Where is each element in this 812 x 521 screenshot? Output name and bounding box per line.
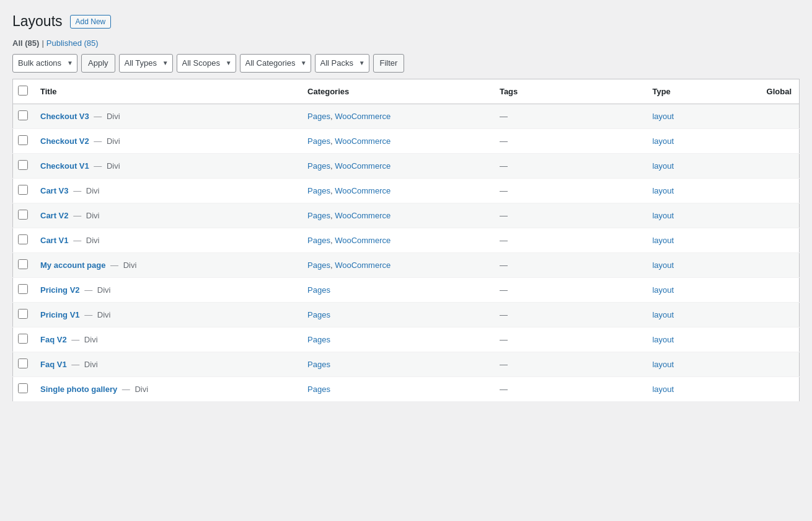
row-type-cell: layout bbox=[645, 352, 737, 376]
row-title-link[interactable]: Cart V1 bbox=[40, 236, 69, 245]
row-checkbox[interactable] bbox=[18, 358, 28, 368]
select-all-checkbox[interactable] bbox=[18, 86, 28, 96]
title-separator: — bbox=[71, 211, 84, 220]
table-row: Cart V1 — DiviPages, WooCommerce—layout bbox=[13, 228, 800, 252]
row-global-cell bbox=[737, 153, 799, 178]
select-all-column bbox=[13, 79, 33, 104]
filter-button[interactable]: Filter bbox=[373, 54, 405, 73]
category-link[interactable]: Pages bbox=[307, 112, 330, 121]
row-checkbox[interactable] bbox=[18, 284, 28, 294]
category-link[interactable]: WooCommerce bbox=[335, 136, 391, 146]
all-packs-select[interactable]: All Packs bbox=[315, 54, 369, 73]
apply-button[interactable]: Apply bbox=[81, 54, 115, 73]
col-header-tags: Tags bbox=[492, 79, 645, 104]
all-status-link[interactable]: All (85) bbox=[12, 38, 39, 48]
row-title-link[interactable]: Single photo gallery bbox=[40, 385, 117, 394]
category-link[interactable]: WooCommerce bbox=[335, 161, 391, 171]
category-link[interactable]: Pages bbox=[307, 385, 330, 394]
category-link[interactable]: Pages bbox=[307, 335, 330, 344]
category-link[interactable]: WooCommerce bbox=[335, 186, 391, 195]
row-checkbox[interactable] bbox=[18, 334, 28, 344]
row-type-link[interactable]: layout bbox=[652, 310, 674, 319]
col-header-global: Global bbox=[737, 79, 799, 104]
row-title-link[interactable]: My account page bbox=[40, 260, 105, 270]
row-checkbox-cell bbox=[13, 178, 33, 203]
row-type-link[interactable]: layout bbox=[652, 161, 674, 171]
row-title-link[interactable]: Checkout V1 bbox=[40, 161, 89, 171]
row-type-cell: layout bbox=[645, 228, 737, 252]
row-type-cell: layout bbox=[645, 327, 737, 352]
row-checkbox-cell bbox=[13, 277, 33, 302]
row-global-cell bbox=[737, 104, 799, 128]
add-new-button[interactable]: Add New bbox=[70, 15, 112, 29]
row-title-link[interactable]: Checkout V2 bbox=[40, 136, 89, 146]
row-title-link[interactable]: Faq V2 bbox=[40, 335, 67, 344]
published-status-link[interactable]: Published (85) bbox=[46, 38, 99, 48]
table-row: Checkout V2 — DiviPages, WooCommerce—lay… bbox=[13, 128, 800, 153]
row-type-cell: layout bbox=[645, 277, 737, 302]
title-separator: — bbox=[82, 285, 95, 295]
row-title-link[interactable]: Pricing V2 bbox=[40, 285, 80, 295]
row-global-cell bbox=[737, 203, 799, 228]
row-checkbox[interactable] bbox=[18, 160, 28, 170]
bulk-actions-select[interactable]: Bulk actions bbox=[12, 54, 77, 73]
row-subtitle: Divi bbox=[84, 360, 98, 369]
row-title-cell: Checkout V2 — Divi bbox=[33, 128, 300, 153]
row-type-link[interactable]: layout bbox=[652, 360, 674, 369]
category-link[interactable]: Pages bbox=[307, 310, 330, 319]
row-type-link[interactable]: layout bbox=[652, 112, 674, 121]
row-checkbox[interactable] bbox=[18, 234, 28, 244]
row-tags-cell: — bbox=[492, 327, 645, 352]
row-type-link[interactable]: layout bbox=[652, 335, 674, 344]
row-global-cell bbox=[737, 352, 799, 376]
row-tags-cell: — bbox=[492, 352, 645, 376]
row-type-link[interactable]: layout bbox=[652, 136, 674, 146]
row-type-link[interactable]: layout bbox=[652, 211, 674, 220]
row-checkbox[interactable] bbox=[18, 110, 28, 120]
category-link[interactable]: Pages bbox=[307, 136, 330, 146]
category-link[interactable]: WooCommerce bbox=[335, 260, 391, 270]
row-type-link[interactable]: layout bbox=[652, 236, 674, 245]
row-type-cell: layout bbox=[645, 153, 737, 178]
row-subtitle: Divi bbox=[107, 136, 120, 146]
row-type-link[interactable]: layout bbox=[652, 385, 674, 394]
row-tags-cell: — bbox=[492, 277, 645, 302]
all-scopes-select[interactable]: All Scopes bbox=[177, 54, 236, 73]
row-title-link[interactable]: Cart V2 bbox=[40, 211, 69, 220]
row-type-link[interactable]: layout bbox=[652, 285, 674, 295]
row-global-cell bbox=[737, 277, 799, 302]
row-checkbox[interactable] bbox=[18, 210, 28, 220]
row-title-cell: Single photo gallery — Divi bbox=[33, 376, 300, 401]
category-link[interactable]: Pages bbox=[307, 260, 330, 270]
category-link[interactable]: Pages bbox=[307, 285, 330, 295]
row-categories-cell: Pages, WooCommerce bbox=[300, 178, 492, 203]
all-types-select[interactable]: All Types bbox=[119, 54, 173, 73]
row-subtitle: Divi bbox=[97, 285, 111, 295]
category-link[interactable]: Pages bbox=[307, 211, 330, 220]
category-link[interactable]: WooCommerce bbox=[335, 236, 391, 245]
row-checkbox[interactable] bbox=[18, 309, 28, 319]
row-checkbox[interactable] bbox=[18, 259, 28, 269]
category-link[interactable]: Pages bbox=[307, 186, 330, 195]
row-title-link[interactable]: Pricing V1 bbox=[40, 310, 80, 319]
row-subtitle: Divi bbox=[123, 260, 137, 270]
status-links: All (85) | Published (85) bbox=[12, 38, 800, 48]
row-title-link[interactable]: Faq V1 bbox=[40, 360, 67, 369]
category-link[interactable]: Pages bbox=[307, 236, 330, 245]
table-row: Checkout V3 — DiviPages, WooCommerce—lay… bbox=[13, 104, 800, 128]
category-link[interactable]: WooCommerce bbox=[335, 112, 391, 121]
row-checkbox[interactable] bbox=[18, 383, 28, 393]
row-checkbox[interactable] bbox=[18, 135, 28, 145]
row-title-cell: Cart V3 — Divi bbox=[33, 178, 300, 203]
row-checkbox[interactable] bbox=[18, 185, 28, 195]
row-type-link[interactable]: layout bbox=[652, 186, 674, 195]
row-title-link[interactable]: Checkout V3 bbox=[40, 112, 89, 121]
row-type-link[interactable]: layout bbox=[652, 260, 674, 270]
all-categories-select[interactable]: All Categories bbox=[240, 54, 311, 73]
category-link[interactable]: Pages bbox=[307, 161, 330, 171]
title-separator: — bbox=[108, 260, 120, 270]
category-link[interactable]: Pages bbox=[307, 360, 330, 369]
row-title-link[interactable]: Cart V3 bbox=[40, 186, 69, 195]
row-subtitle: Divi bbox=[86, 236, 100, 245]
category-link[interactable]: WooCommerce bbox=[335, 211, 391, 220]
